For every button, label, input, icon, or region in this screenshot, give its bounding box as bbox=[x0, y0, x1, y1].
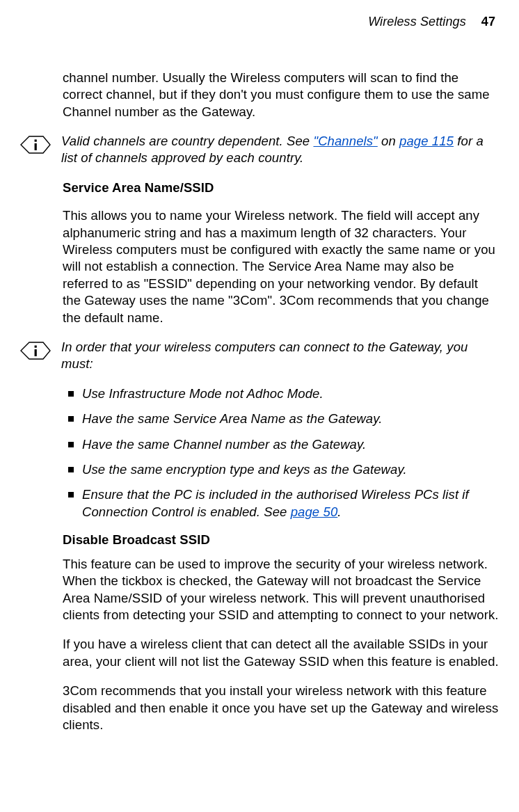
link-channels[interactable]: "Channels" bbox=[313, 134, 377, 148]
info-note-channels: Valid channels are country dependent. Se… bbox=[19, 133, 500, 167]
paragraph-channel-continuation: channel number. Usually the Wireless com… bbox=[63, 70, 500, 120]
paragraph-disable-broadcast-client: If you have a wireless client that can d… bbox=[63, 636, 500, 670]
body-column: channel number. Usually the Wireless com… bbox=[63, 70, 500, 120]
info-note-channels-text: Valid channels are country dependent. Se… bbox=[61, 133, 500, 167]
list-item: Use the same encryption type and keys as… bbox=[63, 461, 500, 478]
paragraph-disable-broadcast-desc: This feature can be used to improve the … bbox=[63, 556, 500, 624]
header-page-number: 47 bbox=[481, 14, 495, 31]
note1-mid: on bbox=[378, 134, 399, 148]
header-section-title: Wireless Settings bbox=[368, 14, 466, 31]
paragraph-ssid-desc: This allows you to name your Wireless ne… bbox=[63, 207, 500, 326]
requirements-block: Use Infrastructure Mode not Adhoc Mode. … bbox=[63, 385, 500, 734]
heading-ssid: Service Area Name/SSID bbox=[63, 180, 500, 196]
info-note-requirements-intro: In order that your wireless computers ca… bbox=[61, 339, 500, 373]
requirements-list: Use Infrastructure Mode not Adhoc Mode. … bbox=[63, 385, 500, 520]
info-icon bbox=[19, 134, 51, 155]
list-item: Have the same Channel number as the Gate… bbox=[63, 436, 500, 453]
list-item: Have the same Service Area Name as the G… bbox=[63, 411, 500, 427]
page: Wireless Settings 47 channel number. Usu… bbox=[0, 0, 519, 733]
note1-pre: Valid channels are country dependent. Se… bbox=[61, 134, 313, 148]
paragraph-disable-broadcast-recommend: 3Com recommends that you install your wi… bbox=[63, 683, 500, 733]
list-item: Ensure that the PC is included in the au… bbox=[63, 486, 500, 520]
link-page-50[interactable]: page 50 bbox=[291, 504, 338, 519]
page-header: Wireless Settings 47 bbox=[19, 14, 500, 31]
link-page-115[interactable]: page 115 bbox=[399, 134, 454, 148]
info-note-requirements: In order that your wireless computers ca… bbox=[19, 339, 500, 373]
req5-pre: Ensure that the PC is included in the au… bbox=[82, 487, 469, 518]
svg-rect-5 bbox=[35, 349, 37, 356]
req5-post: . bbox=[337, 504, 341, 519]
svg-rect-2 bbox=[35, 143, 37, 150]
info-icon bbox=[19, 340, 51, 361]
svg-rect-4 bbox=[35, 346, 37, 348]
heading-disable-broadcast: Disable Broadcast SSID bbox=[63, 532, 500, 548]
svg-rect-1 bbox=[35, 139, 37, 141]
list-item: Use Infrastructure Mode not Adhoc Mode. bbox=[63, 385, 500, 402]
section-ssid: Service Area Name/SSID This allows you t… bbox=[63, 180, 500, 326]
